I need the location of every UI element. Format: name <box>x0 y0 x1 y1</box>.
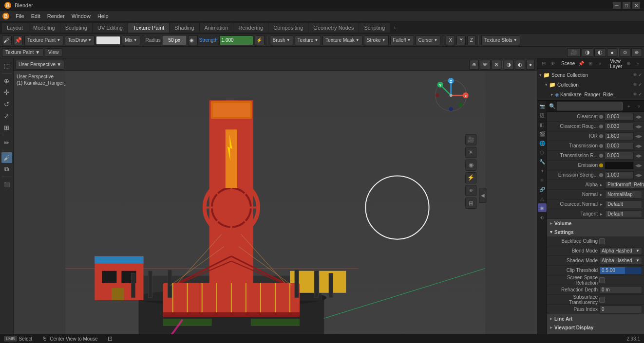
brush-selector[interactable]: TexDraw ▼ <box>65 36 95 45</box>
transmission-r-dot[interactable] <box>599 154 603 158</box>
prop-icon-particles[interactable]: ✦ <box>538 166 547 175</box>
tab-modeling[interactable]: Modeling <box>28 23 60 33</box>
scene-3d[interactable]: X Y Z <box>14 71 537 334</box>
texture-mask-dropdown[interactable]: Texture Mask ▼ <box>322 36 362 45</box>
emission-arrow[interactable]: ◀▶ <box>635 163 642 168</box>
view-mode-btn[interactable]: View <box>45 48 62 57</box>
tab-geometry-nodes[interactable]: Geometry Nodes <box>308 23 359 33</box>
prop-icon-world[interactable]: 🌐 <box>538 139 547 147</box>
prop-ior[interactable]: IOR 1.600 ◀▶ <box>547 131 644 141</box>
tab-sculpting[interactable]: Sculpting <box>60 23 92 33</box>
ssr-checkbox[interactable] <box>599 277 605 283</box>
ior-dot[interactable] <box>599 134 603 138</box>
shadow-mode-value[interactable]: Alpha Hashed ▼ <box>599 257 642 265</box>
emission-strength-value[interactable]: 1.000 <box>605 171 634 179</box>
render-preview-btn[interactable]: ● <box>526 60 535 70</box>
prop-shadow-mode[interactable]: Shadow Mode Alpha Hashed ▼ <box>547 256 644 266</box>
tab-scripting[interactable]: Scripting <box>359 23 390 33</box>
prop-backface-culling[interactable]: Backface Culling <box>547 236 644 246</box>
pin-icon[interactable]: 📌 <box>577 59 586 68</box>
viewport-shading-render[interactable]: ● <box>607 48 617 57</box>
coll1-eye-icon[interactable]: 👁 <box>633 82 637 87</box>
prop-icon-shaderfx[interactable]: ⬖ <box>538 213 547 221</box>
cursor-dropdown[interactable]: Cursor ▼ <box>416 36 441 45</box>
prop-clearcoat-normal[interactable]: Clearcoat Normal ▸ Default <box>547 199 644 209</box>
paint-tool[interactable]: 🖌 <box>1 152 12 163</box>
grid-icon[interactable]: ⊞ <box>586 59 595 68</box>
coll1-check-icon[interactable]: ✔ <box>638 82 642 87</box>
tab-rendering[interactable]: Rendering <box>233 23 268 33</box>
viewport-shading-material[interactable]: ◐ <box>594 48 606 57</box>
transmission-dot[interactable] <box>599 144 603 148</box>
prop-icon-output[interactable]: 🖼 <box>538 111 547 120</box>
scale-tool[interactable]: ⤢ <box>1 110 12 121</box>
mode-selector[interactable]: Texture Paint ▼ <box>24 36 63 45</box>
tab-compositing[interactable]: Compositing <box>268 23 308 33</box>
xray-btn[interactable]: ⊠ <box>492 60 501 70</box>
viewport[interactable]: User Perspective ▼ ⊕ 👁 ⊠ ◑ ◐ ● User Pers… <box>14 58 537 334</box>
prop-clip-threshold[interactable]: Clip Threshold 0.5.00 <box>547 266 644 275</box>
ior-value[interactable]: 1.600 <box>605 132 634 140</box>
refraction-depth-value[interactable]: 0 m <box>599 286 642 294</box>
collection-item-1[interactable]: ▾ 📁 Collection 👁 ✔ <box>537 80 644 90</box>
prop-emission-strength[interactable]: Emission Streng... 1.000 ◀▶ <box>547 170 644 180</box>
show-gizmo-btn[interactable]: ⊕ <box>469 60 479 70</box>
minimize-button[interactable]: ─ <box>613 2 621 9</box>
transmission-arrow[interactable]: ◀▶ <box>635 144 642 148</box>
clone-tool[interactable]: ⧉ <box>1 164 12 175</box>
show-overlay-btn[interactable]: 👁 <box>480 60 491 70</box>
clearcoat-rough-value[interactable]: 0.030 <box>605 123 634 130</box>
vl-icon1[interactable]: ⊕ <box>624 59 633 68</box>
prop-icon-modifier[interactable]: 🔧 <box>538 157 547 166</box>
check-icon[interactable]: ✔ <box>638 72 642 77</box>
strength-slider[interactable]: 1.000 <box>219 36 253 45</box>
clearcoat-arrow[interactable]: ◀▶ <box>635 114 642 119</box>
prop-transmission[interactable]: Transmission 0.000 ◀▶ <box>547 141 644 151</box>
prop-alpha[interactable]: Alpha ▸ Platformoff_Refracti... <box>547 180 644 190</box>
emission-strength-arrow[interactable]: ◀▶ <box>635 173 642 178</box>
rotate-tool[interactable]: ↺ <box>1 99 12 109</box>
menu-file[interactable]: File <box>13 12 27 20</box>
clearcoat-value[interactable]: 0.000 <box>605 113 634 121</box>
emission-strength-dot[interactable] <box>599 173 603 177</box>
search-input[interactable] <box>557 102 623 110</box>
emission-color-swatch[interactable] <box>605 162 634 169</box>
blend-mode-value[interactable]: Alpha Hashed ▼ <box>599 247 642 255</box>
prop-refraction-depth[interactable]: Refraction Depth 0 m <box>547 285 644 295</box>
ior-arrow[interactable]: ◀▶ <box>635 134 642 139</box>
brush-dropdown[interactable]: Brush ▼ <box>270 36 293 45</box>
material-preview-btn[interactable]: ◐ <box>515 60 525 70</box>
prop-transmission-r[interactable]: Transmission R... 0.000 ◀▶ <box>547 151 644 161</box>
prop-pass-index[interactable]: Pass Index 0 <box>547 305 644 314</box>
clearcoat-dot[interactable] <box>599 115 603 119</box>
transmission-value[interactable]: 0.000 <box>605 142 634 150</box>
prop-add-btn[interactable]: + <box>625 102 633 110</box>
normal-value[interactable]: NormalMap <box>605 191 642 199</box>
prop-filter-btn[interactable]: ▿ <box>634 102 643 110</box>
emission-dot[interactable] <box>599 163 603 167</box>
menu-render[interactable]: Render <box>44 12 68 20</box>
menu-window[interactable]: Window <box>69 12 94 20</box>
close-button[interactable]: ✕ <box>632 2 640 9</box>
strength-icon-btn[interactable]: ⚡ <box>255 36 265 45</box>
solid-shading-btn[interactable]: ◑ <box>504 60 514 70</box>
mode-icon-btn[interactable]: 🖌 <box>2 36 12 45</box>
sst-checkbox[interactable] <box>599 297 605 303</box>
viewport-camera-btn[interactable]: 🎥 <box>567 48 581 57</box>
texture-dropdown[interactable]: Texture ▼ <box>295 36 322 45</box>
tab-layout[interactable]: Layout <box>2 23 28 33</box>
stroke-dropdown[interactable]: Stroke ▼ <box>364 36 389 45</box>
workspace-add-tab[interactable]: + <box>390 23 399 33</box>
prop-blend-mode[interactable]: Blend Mode Alpha Hashed ▼ <box>547 246 644 256</box>
prop-icon-material[interactable]: ◉ <box>538 203 547 212</box>
cursor-tool[interactable]: ⊕ <box>1 75 12 86</box>
perspective-selector[interactable]: User Perspective ▼ <box>16 60 64 70</box>
clearcoat-normal-value[interactable]: Default <box>605 200 642 208</box>
alpha-value[interactable]: Platformoff_Refracti... <box>605 181 644 189</box>
settings-section-header[interactable]: ▾ Settings <box>547 228 644 236</box>
transform-tool[interactable]: ⊞ <box>1 122 12 133</box>
tab-shading[interactable]: Shading <box>170 23 199 33</box>
maximize-button[interactable]: □ <box>623 2 630 9</box>
x-axis-btn[interactable]: X <box>446 36 455 45</box>
texture-slots-dropdown[interactable]: Texture Slots ▼ <box>481 36 520 45</box>
